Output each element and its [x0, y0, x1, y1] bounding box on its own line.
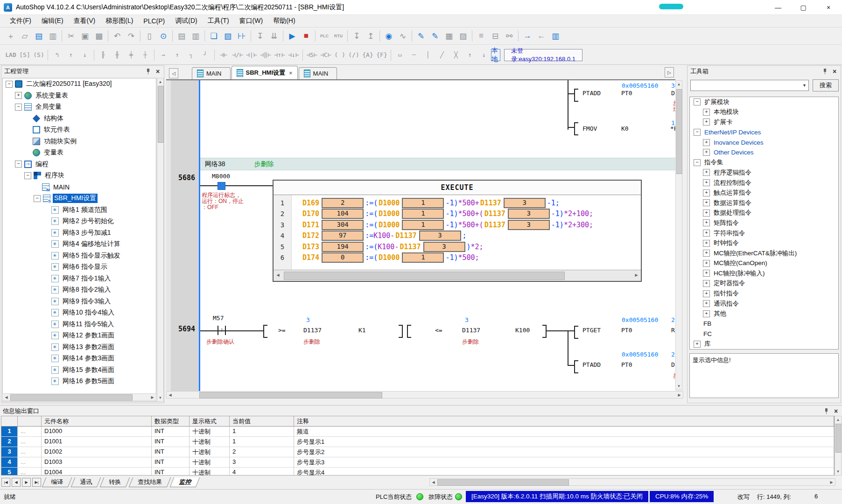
tree-item-label[interactable]: 功能块实例	[42, 137, 78, 146]
tree-item[interactable]: 网络5 指令显示触发	[3, 250, 156, 262]
toolbox-item-label[interactable]: 本地模块	[712, 107, 740, 117]
toolbar-icon[interactable]	[347, 30, 348, 42]
rising-edge-contact[interactable]: ↑	[218, 326, 226, 335]
close-panel-icon[interactable]: ×	[833, 407, 839, 415]
toolbar-icon[interactable]: ↧	[253, 30, 267, 42]
expand-icon[interactable]	[43, 241, 49, 247]
tab-scroll-right-icon[interactable]: ▷	[665, 67, 674, 77]
toolbox-item-label[interactable]: HC轴控(脉冲输入)	[712, 269, 766, 278]
expand-icon[interactable]: +	[703, 290, 710, 297]
tree-item-label[interactable]: 网络10 指令4输入	[61, 308, 116, 317]
tree-item[interactable]: 网络13 参数2画面	[3, 342, 156, 353]
expand-icon[interactable]	[43, 218, 49, 224]
toolbar-icon[interactable]	[140, 30, 140, 42]
toolbox-tree-item[interactable]: + 矩阵指令	[690, 218, 838, 228]
toolbar-icon[interactable]: ⚯	[502, 30, 516, 42]
row-dots[interactable]: ...	[18, 427, 42, 437]
menu-item[interactable]: 帮助(H)	[268, 15, 300, 27]
project-tree-hscrollbar[interactable]: ◀▶	[2, 393, 156, 401]
tree-item-label[interactable]: 网络6 指令显示	[61, 262, 109, 272]
ladder-tool-icon[interactable]: ╟	[96, 49, 110, 61]
toolbox-tree-item[interactable]: + 库	[690, 339, 838, 349]
expand-icon[interactable]: −	[24, 172, 31, 179]
expand-icon[interactable]	[43, 252, 49, 259]
toolbox-tree-item[interactable]: + 程序逻辑指令	[690, 168, 838, 178]
expand-icon[interactable]: +	[703, 250, 710, 257]
toolbar-icon[interactable]	[379, 30, 380, 42]
expand-icon[interactable]	[43, 287, 49, 293]
tree-item[interactable]: 网络8 指令2输入	[3, 284, 156, 296]
toolbar-icon[interactable]	[315, 30, 316, 42]
compare-op-ge[interactable]: >=	[278, 327, 286, 334]
ladder-tool-icon[interactable]: ╱	[435, 49, 449, 61]
toolbar-icon[interactable]: ▧	[221, 30, 235, 42]
tree-item-label[interactable]: 系统变量表	[34, 91, 70, 100]
ladder-tool-icon[interactable]: │	[421, 49, 435, 61]
expand-icon[interactable]: +	[703, 179, 710, 186]
operand-k100[interactable]: K100	[515, 327, 530, 334]
toolbar-icon[interactable]	[172, 30, 173, 42]
tree-item-label[interactable]: 网络7 指令1输入	[61, 274, 112, 283]
tree-item-label[interactable]: 网络5 指令显示触发	[61, 251, 122, 260]
toolbar-icon[interactable]: ↶	[110, 30, 124, 42]
toolbox-item-label[interactable]: FC	[702, 330, 713, 338]
toolbox-item-label[interactable]: MC轴控(EtherCAT&脉冲输出)	[712, 249, 798, 258]
toolbox-tree-item[interactable]: + 数据运算指令	[690, 198, 838, 208]
project-tree-vscrollbar[interactable]: ▲▼	[157, 78, 164, 402]
tree-item[interactable]: 网络15 参数4画面	[3, 364, 156, 376]
toolbox-item-label[interactable]: 指针指令	[712, 289, 740, 298]
ladder-tool-icon[interactable]: ╫	[110, 49, 124, 61]
cell-current-value[interactable]: 3	[230, 457, 294, 468]
expand-icon[interactable]	[24, 150, 30, 156]
toolbar-icon[interactable]: ▥	[189, 30, 203, 42]
toolbar-icon[interactable]	[62, 30, 62, 42]
toolbox-tree-item[interactable]: + 流程控制指令	[690, 178, 838, 188]
login-status[interactable]: 未登录:easy320:192.168.0.1	[504, 49, 582, 61]
editor-tab[interactable]: SBR_HMI设置 ×	[232, 66, 298, 79]
tree-item[interactable]: 网络10 指令4输入	[3, 307, 156, 319]
ladder-tool-icon[interactable]: ↑	[463, 49, 477, 61]
cell-current-value[interactable]: 4	[230, 468, 294, 476]
toolbar-icon[interactable]: ❏	[207, 30, 221, 42]
tree-item[interactable]: 网络1 频道范围	[3, 204, 156, 216]
tree-item[interactable]: 软元件表	[3, 124, 156, 136]
tree-item-label[interactable]: 结构体	[42, 114, 65, 123]
operand-k0[interactable]: K0	[621, 125, 629, 132]
ladder-tool-icon[interactable]: ┘	[198, 49, 212, 61]
tree-item-label[interactable]: 程序块	[43, 171, 66, 180]
ladder-tool-icon[interactable]: ⊣S⊢	[305, 49, 319, 61]
toolbox-item-label[interactable]: MC轴控(CanOpen)	[712, 259, 769, 268]
tab-label[interactable]: SBR_HMI设置	[246, 69, 286, 77]
output-tab[interactable]: 通讯	[71, 477, 101, 487]
ladder-tool-icon[interactable]: ↑	[64, 49, 78, 61]
instr-ptget[interactable]: PTGET	[582, 327, 601, 334]
tree-item-label[interactable]: 网络1 频道范围	[61, 205, 109, 215]
tree-item-label[interactable]: 网络4 偏移地址计算	[61, 239, 122, 249]
tab-scroll-left-icon[interactable]: ◁	[169, 68, 178, 78]
toolbar-icon[interactable]: ▥	[548, 30, 562, 42]
toolbox-tree-item[interactable]: FB	[690, 319, 838, 329]
table-row[interactable]: 2 ... D1001 INT 十进制 1 步号显示1	[1, 437, 834, 447]
tree-item[interactable]: − 程序块	[3, 170, 156, 182]
table-nav-icon[interactable]: ▶	[22, 478, 31, 487]
operand-d1137[interactable]: D1137	[462, 327, 480, 334]
toolbar-icon[interactable]: ✂	[64, 30, 78, 42]
expand-icon[interactable]: −	[15, 161, 22, 168]
toolbar-icon[interactable]: ≡	[474, 30, 488, 42]
toolbox-item-label[interactable]: 指令集	[703, 158, 725, 167]
maximize-button[interactable]: ▢	[791, 0, 816, 14]
toolbox-tree-item[interactable]: + 指针指令	[690, 288, 838, 299]
operand-pt0[interactable]: PT0	[621, 361, 632, 368]
toolbox-tree-item[interactable]: + 字符串指令	[690, 228, 838, 238]
toolbox-tree-item[interactable]: − EtherNet/IP Devices	[690, 127, 838, 138]
ladder-tool-icon[interactable]: ⊣/⊢	[231, 49, 245, 61]
contact-label-m8000[interactable]: M8000	[212, 173, 230, 180]
toolbar-icon[interactable]: ▶	[285, 30, 299, 42]
ladder-tool-icon[interactable]: LAD	[4, 49, 18, 61]
toolbar-icon[interactable]: ■	[299, 30, 313, 42]
expand-icon[interactable]: +	[703, 210, 710, 217]
toolbar-icon[interactable]: ⊟	[488, 30, 502, 42]
close-button[interactable]: ×	[816, 0, 841, 14]
toolbar-icon[interactable]: ⇊	[267, 30, 281, 42]
tree-item[interactable]: 网络6 指令显示	[3, 261, 156, 273]
